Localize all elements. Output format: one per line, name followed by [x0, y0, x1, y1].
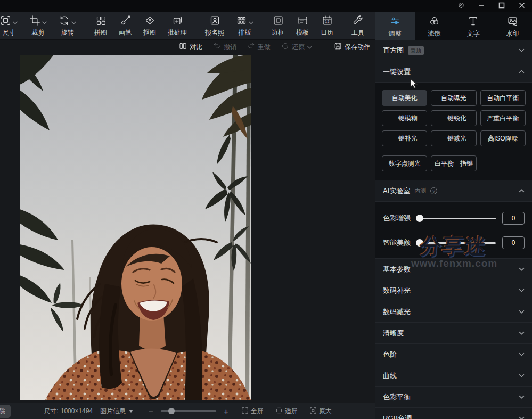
- resize-icon: [0, 15, 11, 28]
- chevron-down-icon[interactable]: [519, 331, 525, 335]
- color-enhance-slider[interactable]: [417, 218, 496, 219]
- toolbar-item-collage[interactable]: 拼图: [88, 16, 113, 36]
- toolbar-item-label: 模板: [296, 29, 309, 36]
- chevron-up-icon[interactable]: [519, 189, 525, 193]
- toolbar-item-id-photo[interactable]: 报名照: [199, 16, 230, 36]
- photo-image[interactable]: [20, 55, 251, 400]
- undo-label: 撤销: [224, 43, 236, 52]
- chevron-up-icon[interactable]: [519, 70, 525, 73]
- slider-knob[interactable]: [416, 239, 423, 247]
- tab-adjust[interactable]: 调整: [375, 12, 415, 40]
- fit-screen-icon: [275, 407, 283, 416]
- restore-button[interactable]: 还原: [281, 42, 312, 52]
- toolbar-item-batch[interactable]: 批处理: [162, 16, 193, 36]
- collage-icon: [95, 15, 107, 28]
- close-button[interactable]: [518, 2, 526, 10]
- toolbar-item-cutout[interactable]: 抠图: [137, 16, 162, 36]
- white-balance-one-key-button[interactable]: 白平衡一指键: [431, 155, 476, 171]
- section-digital-fill-light[interactable]: 数码补光: [375, 280, 532, 301]
- auto-white-balance-button[interactable]: 自动白平衡: [480, 90, 526, 106]
- section-levels[interactable]: 色阶: [375, 344, 532, 365]
- chevron-down-icon[interactable]: [519, 289, 525, 292]
- toolbar-item-calendar[interactable]: 12 日历: [315, 16, 339, 36]
- toolbar-item-border[interactable]: 边框: [266, 16, 290, 36]
- oneclick-sharpen-button[interactable]: 一键锐化: [431, 110, 476, 126]
- slider-label: 色彩增强: [383, 213, 411, 223]
- settings-button[interactable]: [457, 2, 465, 10]
- chevron-down-icon[interactable]: [307, 43, 312, 51]
- section-curves[interactable]: 曲线: [375, 365, 532, 387]
- text-icon: [468, 15, 479, 28]
- compare-button[interactable]: 对比: [179, 42, 202, 52]
- fullscreen-button[interactable]: 全屏: [241, 407, 264, 416]
- section-histogram[interactable]: 直方图 置顶: [375, 40, 532, 61]
- tab-text[interactable]: 文字: [454, 12, 493, 40]
- section-title: AI实验室: [383, 186, 410, 196]
- image-size: 尺寸: 1000×1494: [44, 407, 93, 416]
- smart-beauty-slider[interactable]: [417, 242, 496, 244]
- zoom-slider[interactable]: [161, 410, 216, 412]
- section-title: RGB色调: [383, 414, 412, 419]
- undo-button[interactable]: 撤销: [213, 42, 236, 52]
- original-size-button[interactable]: 原大: [309, 407, 332, 416]
- editor-canvas: 对比 撤销 重做 还原 保存动作: [0, 40, 375, 403]
- toolbar-item-resize[interactable]: 尺寸: [0, 16, 23, 36]
- digital-spot-metering-button[interactable]: 数字点测光: [382, 155, 427, 171]
- minimize-icon: [478, 1, 485, 11]
- maximize-icon: [498, 1, 505, 11]
- image-info-dropdown[interactable]: 图片信息: [100, 407, 133, 416]
- chevron-down-icon[interactable]: [249, 17, 253, 27]
- slider-value[interactable]: 0: [502, 236, 525, 249]
- layout-icon: [236, 15, 247, 28]
- toolbar-item-rotate[interactable]: 旋转: [53, 16, 82, 36]
- chevron-down-icon[interactable]: [519, 395, 525, 399]
- chevron-down-icon[interactable]: [519, 352, 525, 356]
- zoom-slider-knob[interactable]: [168, 408, 175, 414]
- minimize-button[interactable]: [478, 2, 485, 10]
- section-basic-params[interactable]: 基本参数: [375, 259, 532, 280]
- oneclick-fill-light-button[interactable]: 一键补光: [382, 130, 427, 146]
- redo-button[interactable]: 重做: [247, 42, 271, 52]
- section-color-balance[interactable]: 色彩平衡: [375, 387, 532, 408]
- section-oneclick[interactable]: 一键设置: [375, 61, 532, 83]
- toolbar-item-layout[interactable]: 排版: [230, 16, 259, 36]
- toolbar-item-template[interactable]: 模板: [290, 16, 315, 36]
- auto-exposure-button[interactable]: 自动曝光: [431, 90, 476, 106]
- auto-beautify-button[interactable]: 自动美化: [382, 90, 427, 106]
- high-iso-denoise-button[interactable]: 高ISO降噪: [480, 130, 526, 146]
- chevron-down-icon[interactable]: [519, 374, 525, 377]
- toolbar-item-tools[interactable]: 工具: [346, 16, 370, 36]
- chevron-down-icon[interactable]: [13, 17, 18, 27]
- section-title: 直方图: [383, 46, 404, 55]
- chevron-down-icon[interactable]: [71, 17, 76, 27]
- chevron-down-icon[interactable]: [519, 416, 525, 419]
- section-ai-lab[interactable]: AI实验室 内测 ?: [375, 180, 532, 202]
- oneclick-dim-light-button[interactable]: 一键减光: [431, 130, 476, 146]
- redo-icon: [247, 42, 255, 52]
- chevron-down-icon[interactable]: [519, 310, 525, 314]
- tab-filters[interactable]: 滤镜: [415, 12, 454, 40]
- zoom-out-button[interactable]: −: [149, 407, 153, 416]
- save-action-button[interactable]: 保存动作: [334, 42, 370, 52]
- section-clarity[interactable]: 清晰度: [375, 323, 532, 344]
- chevron-down-icon[interactable]: [519, 267, 525, 271]
- toolbar-item-more[interactable]: ⋯: [370, 16, 375, 36]
- zoom-in-button[interactable]: +: [224, 407, 228, 416]
- tab-watermark[interactable]: 水印: [493, 12, 532, 40]
- oneclick-blur-button[interactable]: 一键模糊: [382, 110, 427, 126]
- chevron-down-icon[interactable]: [42, 17, 47, 27]
- compare-icon: [179, 42, 187, 52]
- pin-badge: 置顶: [408, 46, 424, 55]
- toolbar-item-crop[interactable]: 裁剪: [23, 16, 53, 36]
- slider-knob[interactable]: [416, 215, 423, 222]
- section-digital-dim-light[interactable]: 数码减光: [375, 301, 532, 323]
- help-icon[interactable]: ?: [430, 187, 437, 194]
- fit-screen-label: 适屏: [285, 407, 298, 416]
- fit-screen-button[interactable]: 适屏: [275, 407, 298, 416]
- toolbar-item-brush[interactable]: 画笔: [113, 16, 137, 36]
- section-rgb-tone[interactable]: RGB色调: [375, 408, 532, 419]
- slider-value[interactable]: 0: [502, 212, 525, 225]
- severe-white-balance-button[interactable]: 严重白平衡: [480, 110, 526, 126]
- chevron-down-icon[interactable]: [519, 48, 525, 52]
- maximize-button[interactable]: [498, 2, 505, 10]
